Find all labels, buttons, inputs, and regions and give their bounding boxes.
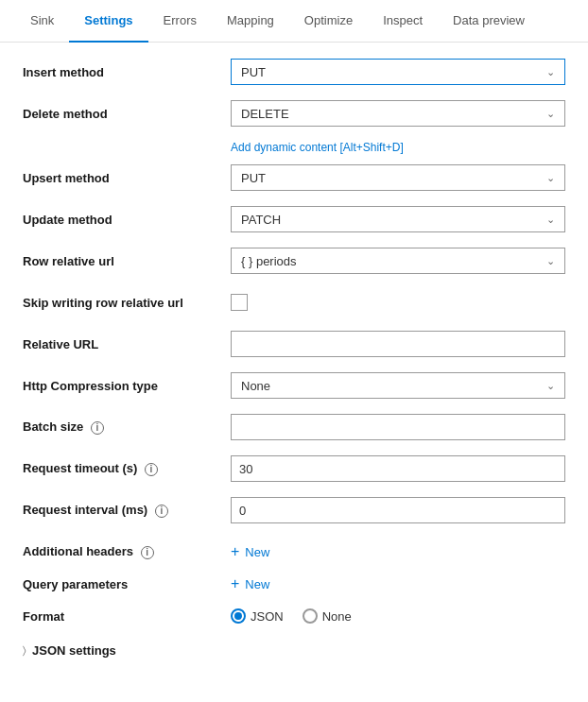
- upsert-method-row: Upsert method PUT ⌄: [23, 163, 565, 192]
- tab-data-preview[interactable]: Data preview: [438, 0, 540, 43]
- row-relative-url-chevron-icon: ⌄: [546, 255, 555, 267]
- format-json-label: JSON: [251, 609, 284, 624]
- update-method-value: PATCH: [241, 213, 281, 227]
- tab-settings[interactable]: Settings: [69, 0, 147, 43]
- json-settings-label: JSON settings: [32, 643, 116, 658]
- row-relative-url-value: { } periods: [241, 254, 297, 268]
- http-compression-select[interactable]: None ⌄: [231, 372, 565, 399]
- format-row: Format JSON None: [23, 602, 565, 630]
- relative-url-input[interactable]: [231, 331, 565, 357]
- http-compression-value: None: [241, 379, 270, 393]
- delete-method-label: Delete method: [23, 107, 231, 121]
- query-params-plus-icon: +: [231, 576, 239, 591]
- request-timeout-control: 30: [231, 455, 565, 482]
- additional-headers-new-button[interactable]: + New: [231, 544, 269, 559]
- batch-size-info-icon: i: [91, 421, 104, 435]
- insert-method-value: PUT: [241, 65, 266, 79]
- upsert-method-value: PUT: [241, 171, 266, 185]
- insert-method-label: Insert method: [23, 65, 231, 79]
- relative-url-control: [231, 331, 565, 357]
- delete-method-row: Delete method DELETE ⌄: [23, 99, 565, 128]
- query-params-control: + New: [231, 576, 565, 591]
- request-interval-label: Request interval (ms) i: [23, 503, 231, 518]
- update-method-row: Update method PATCH ⌄: [23, 205, 565, 233]
- request-timeout-info-icon: i: [145, 463, 158, 476]
- request-timeout-input[interactable]: 30: [231, 455, 565, 482]
- batch-size-control: [231, 414, 565, 440]
- format-none-label: None: [322, 609, 352, 624]
- tab-inspect[interactable]: Inspect: [368, 0, 438, 43]
- delete-method-select[interactable]: DELETE ⌄: [231, 100, 565, 127]
- http-compression-chevron-icon: ⌄: [546, 380, 555, 392]
- upsert-method-control: PUT ⌄: [231, 164, 565, 191]
- additional-headers-info-icon: i: [141, 546, 154, 559]
- settings-content: Insert method PUT ⌄ Delete method DELETE…: [0, 43, 588, 673]
- additional-headers-row: Additional headers i + New: [23, 538, 565, 566]
- query-params-new-label: New: [245, 577, 269, 591]
- request-interval-control: 0: [231, 497, 565, 523]
- row-relative-url-control: { } periods ⌄: [231, 248, 565, 274]
- batch-size-row: Batch size i: [23, 413, 565, 441]
- upsert-method-chevron-icon: ⌄: [546, 172, 555, 184]
- format-none-option[interactable]: None: [303, 608, 352, 624]
- format-control: JSON None: [231, 608, 565, 624]
- additional-headers-label: Additional headers i: [23, 544, 231, 559]
- format-label: Format: [23, 609, 231, 624]
- format-json-option[interactable]: JSON: [231, 608, 284, 624]
- tab-mapping[interactable]: Mapping: [212, 0, 289, 43]
- request-timeout-row: Request timeout (s) i 30: [23, 454, 565, 483]
- update-method-label: Update method: [23, 213, 231, 227]
- batch-size-input[interactable]: [231, 414, 565, 440]
- http-compression-row: Http Compression type None ⌄: [23, 371, 565, 400]
- update-method-control: PATCH ⌄: [231, 206, 565, 232]
- skip-writing-row: Skip writing row relative url: [23, 288, 565, 317]
- format-radio-group: JSON None: [231, 608, 565, 624]
- relative-url-row: Relative URL: [23, 330, 565, 358]
- request-interval-row: Request interval (ms) i 0: [23, 496, 565, 524]
- query-params-label: Query parameters: [23, 577, 231, 591]
- query-params-row: Query parameters + New: [23, 570, 565, 598]
- additional-headers-plus-icon: +: [231, 544, 239, 559]
- format-json-radio[interactable]: [231, 608, 246, 624]
- tab-errors[interactable]: Errors: [148, 0, 212, 43]
- relative-url-label: Relative URL: [23, 337, 231, 351]
- batch-size-label: Batch size i: [23, 419, 231, 435]
- row-relative-url-select[interactable]: { } periods ⌄: [231, 248, 565, 274]
- upsert-method-select[interactable]: PUT ⌄: [231, 164, 565, 191]
- delete-method-chevron-icon: ⌄: [546, 108, 555, 120]
- update-method-chevron-icon: ⌄: [546, 214, 555, 226]
- row-relative-url-label: Row relative url: [23, 254, 231, 268]
- skip-writing-label: Skip writing row relative url: [23, 296, 231, 310]
- upsert-method-label: Upsert method: [23, 171, 231, 185]
- dynamic-content-link[interactable]: Add dynamic content [Alt+Shift+D]: [231, 141, 565, 154]
- update-method-select[interactable]: PATCH ⌄: [231, 206, 565, 232]
- http-compression-control: None ⌄: [231, 372, 565, 399]
- insert-method-chevron-icon: ⌄: [546, 66, 555, 78]
- insert-method-control: PUT ⌄: [231, 59, 565, 85]
- insert-method-select[interactable]: PUT ⌄: [231, 59, 565, 85]
- json-settings-row[interactable]: 〉 JSON settings: [23, 643, 565, 658]
- skip-writing-control: [231, 294, 565, 311]
- tab-sink[interactable]: Sink: [15, 0, 69, 43]
- tab-bar: Sink Settings Errors Mapping Optimize In…: [0, 0, 588, 43]
- insert-method-row: Insert method PUT ⌄: [23, 58, 565, 86]
- row-relative-url-row: Row relative url { } periods ⌄: [23, 247, 565, 275]
- delete-method-control: DELETE ⌄: [231, 100, 565, 127]
- request-interval-input[interactable]: 0: [231, 497, 565, 523]
- request-interval-info-icon: i: [155, 505, 168, 518]
- json-settings-chevron-icon: 〉: [23, 644, 26, 657]
- delete-method-value: DELETE: [241, 107, 289, 121]
- additional-headers-control: + New: [231, 544, 565, 559]
- query-params-new-button[interactable]: + New: [231, 576, 269, 591]
- skip-writing-checkbox[interactable]: [231, 294, 248, 311]
- format-none-radio[interactable]: [303, 608, 318, 624]
- http-compression-label: Http Compression type: [23, 379, 231, 393]
- additional-headers-new-label: New: [245, 545, 269, 559]
- request-timeout-label: Request timeout (s) i: [23, 461, 231, 476]
- tab-optimize[interactable]: Optimize: [289, 0, 368, 43]
